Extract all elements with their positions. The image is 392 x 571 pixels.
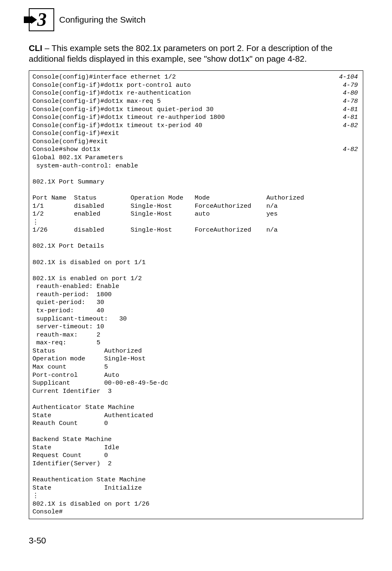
intro-rest: – This example sets the 802.1x parameter… — [29, 43, 332, 63]
cli-line: Console(config-if)#dot1x timeout quiet-p… — [32, 106, 360, 114]
intro-paragraph: CLI – This example sets the 802.1x param… — [29, 43, 363, 64]
chapter-number: 3 — [37, 10, 46, 29]
cli-command: Console(config)#interface ethernet 1/2 — [32, 73, 339, 81]
cli-body-1: Global 802.1X Parameters system-auth-con… — [32, 154, 360, 218]
ellipsis-icon: ⋮ — [32, 492, 360, 500]
cli-page-ref — [358, 130, 360, 138]
cli-line: Console(config-if)#dot1x timeout re-auth… — [32, 114, 360, 122]
cli-output-block: Console(config)#interface ethernet 1/24-… — [29, 70, 363, 519]
ellipsis-icon: ⋮ — [32, 218, 360, 227]
cli-line: Console(config-if)#dot1x timeout tx-peri… — [32, 122, 360, 130]
svg-marker-0 — [24, 16, 37, 24]
cli-page-ref: 4-81 — [343, 106, 360, 114]
cli-line: Console(config)#interface ethernet 1/24-… — [32, 73, 360, 81]
cli-body-2: 1/26 disabled Single-Host ForceAuthorize… — [32, 226, 360, 492]
cli-command: Console(config-if)#dot1x max-req 5 — [32, 97, 343, 106]
intro-bold-lead: CLI — [29, 43, 42, 53]
chapter-box: 3 — [29, 8, 54, 31]
cli-line: Console(config-if)#dot1x max-req 54-78 — [32, 97, 360, 106]
section-title: Configuring the Switch — [59, 15, 145, 25]
cli-command: Console(config-if)#dot1x re-authenticati… — [32, 89, 343, 97]
cli-line: Console(config-if)#dot1x port-control au… — [32, 81, 360, 90]
cli-body-3: 802.1X is disabled on port 1/26 Console# — [32, 500, 360, 516]
cli-command: Console(config-if)#dot1x timeout tx-peri… — [32, 122, 343, 130]
cli-page-ref: 4-82 — [343, 146, 360, 154]
cli-command: Console(config-if)#exit — [32, 130, 358, 138]
cli-page-ref: 4-80 — [343, 89, 360, 97]
cli-command: Console(config-if)#dot1x timeout quiet-p… — [32, 106, 343, 114]
cli-page-ref: 4-79 — [343, 81, 360, 90]
cli-page-ref: 4-104 — [339, 73, 360, 81]
cli-line: Console(config)#exit — [32, 138, 360, 146]
chapter-arrow-icon — [24, 16, 37, 24]
page-header: 3 Configuring the Switch — [29, 8, 363, 31]
cli-line: Console#show dot1x4-82 — [32, 146, 360, 154]
cli-command: Console(config)#exit — [32, 138, 358, 146]
cli-command: Console(config-if)#dot1x port-control au… — [32, 81, 343, 90]
cli-page-ref: 4-82 — [343, 122, 360, 130]
cli-command: Console(config-if)#dot1x timeout re-auth… — [32, 114, 343, 122]
cli-page-ref: 4-78 — [343, 97, 360, 106]
cli-page-ref: 4-81 — [343, 114, 360, 122]
page-number: 3-50 — [29, 536, 363, 545]
cli-command: Console#show dot1x — [32, 146, 343, 154]
cli-line: Console(config-if)#dot1x re-authenticati… — [32, 89, 360, 97]
cli-line: Console(config-if)#exit — [32, 130, 360, 138]
cli-page-ref — [358, 138, 360, 146]
